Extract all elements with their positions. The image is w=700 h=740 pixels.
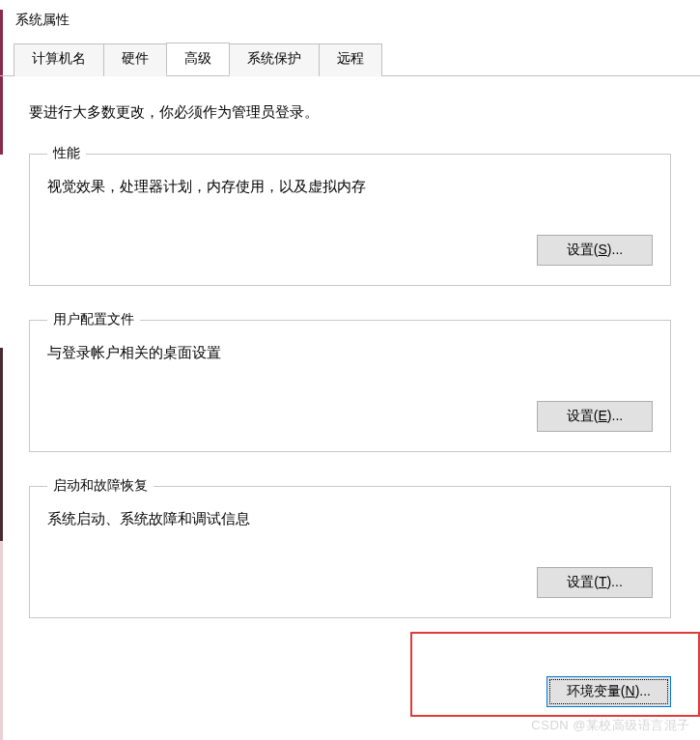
- tab-system-protection[interactable]: 系统保护: [229, 43, 320, 76]
- environment-variables-row: 环境变量(N)...: [0, 676, 700, 707]
- group-user-profiles: 用户配置文件 与登录帐户相关的桌面设置 设置(E)...: [29, 311, 671, 452]
- tab-advanced[interactable]: 高级: [166, 43, 230, 75]
- watermark-text: CSDN @某校高级语言混子: [531, 717, 690, 734]
- group-startup-recovery: 启动和故障恢复 系统启动、系统故障和调试信息 设置(T)...: [29, 477, 671, 618]
- tab-content-advanced: 要进行大多数更改，你必须作为管理员登录。 性能 视觉效果，处理器计划，内存使用，…: [0, 76, 700, 663]
- window-title: 系统属性: [0, 0, 700, 43]
- group-performance-desc: 视觉效果，处理器计划，内存使用，以及虚拟内存: [47, 178, 653, 196]
- tab-computer-name[interactable]: 计算机名: [14, 43, 104, 76]
- tab-hardware[interactable]: 硬件: [103, 43, 167, 76]
- system-properties-window: 系统属性 计算机名 硬件 高级 系统保护 远程 要进行大多数更改，你必须作为管理…: [0, 0, 700, 740]
- group-performance: 性能 视觉效果，处理器计划，内存使用，以及虚拟内存 设置(S)...: [29, 145, 671, 286]
- group-startup-recovery-desc: 系统启动、系统故障和调试信息: [47, 510, 653, 528]
- left-edge-decoration: [0, 0, 3, 740]
- performance-settings-button[interactable]: 设置(S)...: [537, 235, 653, 266]
- group-startup-recovery-legend: 启动和故障恢复: [47, 477, 154, 495]
- group-performance-legend: 性能: [47, 145, 86, 162]
- intro-text: 要进行大多数更改，你必须作为管理员登录。: [29, 103, 671, 122]
- tab-strip: 计算机名 硬件 高级 系统保护 远程: [0, 43, 700, 76]
- environment-variables-button[interactable]: 环境变量(N)...: [546, 676, 671, 707]
- recovery-settings-button[interactable]: 设置(T)...: [537, 567, 653, 598]
- group-user-profiles-legend: 用户配置文件: [47, 311, 140, 328]
- profiles-settings-button[interactable]: 设置(E)...: [537, 401, 653, 432]
- tab-remote[interactable]: 远程: [319, 43, 382, 76]
- group-user-profiles-desc: 与登录帐户相关的桌面设置: [47, 344, 653, 362]
